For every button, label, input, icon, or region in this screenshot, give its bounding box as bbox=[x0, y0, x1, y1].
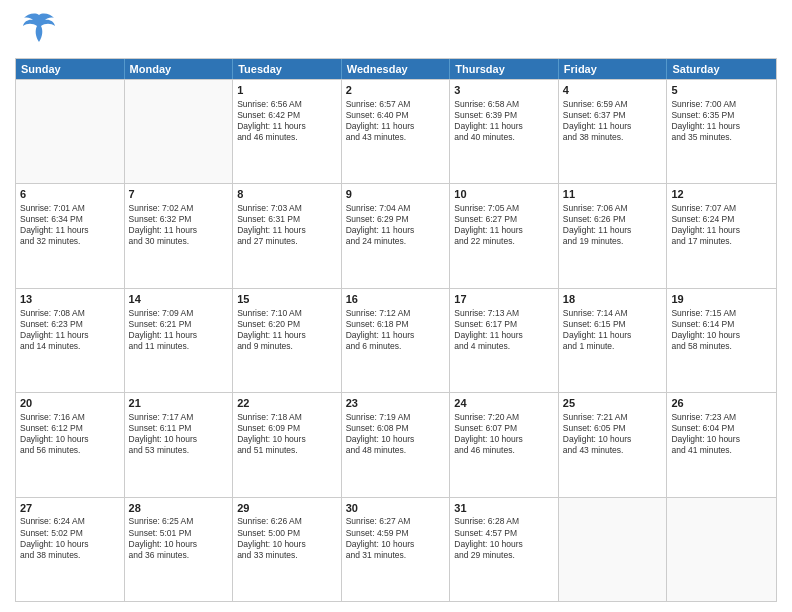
calendar-cell: 24Sunrise: 7:20 AM Sunset: 6:07 PM Dayli… bbox=[450, 393, 559, 496]
calendar-cell: 19Sunrise: 7:15 AM Sunset: 6:14 PM Dayli… bbox=[667, 289, 776, 392]
calendar-cell: 18Sunrise: 7:14 AM Sunset: 6:15 PM Dayli… bbox=[559, 289, 668, 392]
day-number: 12 bbox=[671, 187, 772, 202]
calendar-cell: 7Sunrise: 7:02 AM Sunset: 6:32 PM Daylig… bbox=[125, 184, 234, 287]
day-detail: Sunrise: 7:02 AM Sunset: 6:32 PM Dayligh… bbox=[129, 203, 229, 247]
day-detail: Sunrise: 7:07 AM Sunset: 6:24 PM Dayligh… bbox=[671, 203, 772, 247]
day-detail: Sunrise: 7:15 AM Sunset: 6:14 PM Dayligh… bbox=[671, 308, 772, 352]
day-number: 31 bbox=[454, 501, 554, 516]
calendar-cell: 12Sunrise: 7:07 AM Sunset: 6:24 PM Dayli… bbox=[667, 184, 776, 287]
day-detail: Sunrise: 7:01 AM Sunset: 6:34 PM Dayligh… bbox=[20, 203, 120, 247]
header-sunday: Sunday bbox=[16, 59, 125, 79]
calendar-cell: 27Sunrise: 6:24 AM Sunset: 5:02 PM Dayli… bbox=[16, 498, 125, 601]
calendar-cell bbox=[125, 80, 234, 183]
calendar-cell: 21Sunrise: 7:17 AM Sunset: 6:11 PM Dayli… bbox=[125, 393, 234, 496]
header-thursday: Thursday bbox=[450, 59, 559, 79]
day-number: 17 bbox=[454, 292, 554, 307]
header-friday: Friday bbox=[559, 59, 668, 79]
day-detail: Sunrise: 6:24 AM Sunset: 5:02 PM Dayligh… bbox=[20, 516, 120, 560]
day-number: 1 bbox=[237, 83, 337, 98]
day-detail: Sunrise: 7:14 AM Sunset: 6:15 PM Dayligh… bbox=[563, 308, 663, 352]
calendar-cell: 31Sunrise: 6:28 AM Sunset: 4:57 PM Dayli… bbox=[450, 498, 559, 601]
day-number: 2 bbox=[346, 83, 446, 98]
day-detail: Sunrise: 7:03 AM Sunset: 6:31 PM Dayligh… bbox=[237, 203, 337, 247]
day-detail: Sunrise: 7:23 AM Sunset: 6:04 PM Dayligh… bbox=[671, 412, 772, 456]
calendar-cell bbox=[16, 80, 125, 183]
calendar-cell: 23Sunrise: 7:19 AM Sunset: 6:08 PM Dayli… bbox=[342, 393, 451, 496]
day-detail: Sunrise: 7:12 AM Sunset: 6:18 PM Dayligh… bbox=[346, 308, 446, 352]
calendar-row-1: 6Sunrise: 7:01 AM Sunset: 6:34 PM Daylig… bbox=[16, 183, 776, 287]
calendar-cell: 13Sunrise: 7:08 AM Sunset: 6:23 PM Dayli… bbox=[16, 289, 125, 392]
calendar-cell: 14Sunrise: 7:09 AM Sunset: 6:21 PM Dayli… bbox=[125, 289, 234, 392]
calendar-header: Sunday Monday Tuesday Wednesday Thursday… bbox=[16, 59, 776, 79]
calendar-cell: 29Sunrise: 6:26 AM Sunset: 5:00 PM Dayli… bbox=[233, 498, 342, 601]
day-detail: Sunrise: 7:17 AM Sunset: 6:11 PM Dayligh… bbox=[129, 412, 229, 456]
day-detail: Sunrise: 6:25 AM Sunset: 5:01 PM Dayligh… bbox=[129, 516, 229, 560]
day-number: 5 bbox=[671, 83, 772, 98]
calendar-cell: 3Sunrise: 6:58 AM Sunset: 6:39 PM Daylig… bbox=[450, 80, 559, 183]
calendar-cell: 22Sunrise: 7:18 AM Sunset: 6:09 PM Dayli… bbox=[233, 393, 342, 496]
calendar-cell bbox=[667, 498, 776, 601]
calendar-cell: 9Sunrise: 7:04 AM Sunset: 6:29 PM Daylig… bbox=[342, 184, 451, 287]
day-number: 16 bbox=[346, 292, 446, 307]
day-number: 13 bbox=[20, 292, 120, 307]
page: Sunday Monday Tuesday Wednesday Thursday… bbox=[0, 0, 792, 612]
day-number: 30 bbox=[346, 501, 446, 516]
day-detail: Sunrise: 7:21 AM Sunset: 6:05 PM Dayligh… bbox=[563, 412, 663, 456]
calendar-row-3: 20Sunrise: 7:16 AM Sunset: 6:12 PM Dayli… bbox=[16, 392, 776, 496]
day-detail: Sunrise: 6:57 AM Sunset: 6:40 PM Dayligh… bbox=[346, 99, 446, 143]
day-detail: Sunrise: 7:10 AM Sunset: 6:20 PM Dayligh… bbox=[237, 308, 337, 352]
calendar-cell: 6Sunrise: 7:01 AM Sunset: 6:34 PM Daylig… bbox=[16, 184, 125, 287]
day-number: 9 bbox=[346, 187, 446, 202]
header-saturday: Saturday bbox=[667, 59, 776, 79]
day-number: 4 bbox=[563, 83, 663, 98]
day-detail: Sunrise: 7:13 AM Sunset: 6:17 PM Dayligh… bbox=[454, 308, 554, 352]
day-detail: Sunrise: 7:16 AM Sunset: 6:12 PM Dayligh… bbox=[20, 412, 120, 456]
header bbox=[15, 10, 777, 50]
day-detail: Sunrise: 6:28 AM Sunset: 4:57 PM Dayligh… bbox=[454, 516, 554, 560]
calendar-cell: 28Sunrise: 6:25 AM Sunset: 5:01 PM Dayli… bbox=[125, 498, 234, 601]
header-monday: Monday bbox=[125, 59, 234, 79]
day-detail: Sunrise: 6:58 AM Sunset: 6:39 PM Dayligh… bbox=[454, 99, 554, 143]
day-detail: Sunrise: 7:20 AM Sunset: 6:07 PM Dayligh… bbox=[454, 412, 554, 456]
day-number: 8 bbox=[237, 187, 337, 202]
calendar-cell: 20Sunrise: 7:16 AM Sunset: 6:12 PM Dayli… bbox=[16, 393, 125, 496]
logo-bird-icon bbox=[21, 10, 57, 50]
calendar-cell: 30Sunrise: 6:27 AM Sunset: 4:59 PM Dayli… bbox=[342, 498, 451, 601]
day-number: 14 bbox=[129, 292, 229, 307]
day-number: 24 bbox=[454, 396, 554, 411]
day-number: 10 bbox=[454, 187, 554, 202]
header-wednesday: Wednesday bbox=[342, 59, 451, 79]
calendar-cell: 2Sunrise: 6:57 AM Sunset: 6:40 PM Daylig… bbox=[342, 80, 451, 183]
calendar-cell: 4Sunrise: 6:59 AM Sunset: 6:37 PM Daylig… bbox=[559, 80, 668, 183]
day-number: 18 bbox=[563, 292, 663, 307]
day-number: 26 bbox=[671, 396, 772, 411]
logo bbox=[15, 10, 57, 50]
day-number: 6 bbox=[20, 187, 120, 202]
day-detail: Sunrise: 6:27 AM Sunset: 4:59 PM Dayligh… bbox=[346, 516, 446, 560]
day-number: 3 bbox=[454, 83, 554, 98]
calendar-cell: 5Sunrise: 7:00 AM Sunset: 6:35 PM Daylig… bbox=[667, 80, 776, 183]
day-number: 22 bbox=[237, 396, 337, 411]
day-number: 11 bbox=[563, 187, 663, 202]
day-detail: Sunrise: 7:19 AM Sunset: 6:08 PM Dayligh… bbox=[346, 412, 446, 456]
calendar-cell: 11Sunrise: 7:06 AM Sunset: 6:26 PM Dayli… bbox=[559, 184, 668, 287]
day-number: 19 bbox=[671, 292, 772, 307]
day-detail: Sunrise: 7:05 AM Sunset: 6:27 PM Dayligh… bbox=[454, 203, 554, 247]
calendar-cell: 1Sunrise: 6:56 AM Sunset: 6:42 PM Daylig… bbox=[233, 80, 342, 183]
day-number: 20 bbox=[20, 396, 120, 411]
day-detail: Sunrise: 7:09 AM Sunset: 6:21 PM Dayligh… bbox=[129, 308, 229, 352]
day-detail: Sunrise: 6:59 AM Sunset: 6:37 PM Dayligh… bbox=[563, 99, 663, 143]
calendar-cell: 8Sunrise: 7:03 AM Sunset: 6:31 PM Daylig… bbox=[233, 184, 342, 287]
calendar-cell: 16Sunrise: 7:12 AM Sunset: 6:18 PM Dayli… bbox=[342, 289, 451, 392]
day-number: 21 bbox=[129, 396, 229, 411]
day-number: 15 bbox=[237, 292, 337, 307]
day-number: 27 bbox=[20, 501, 120, 516]
calendar-cell: 10Sunrise: 7:05 AM Sunset: 6:27 PM Dayli… bbox=[450, 184, 559, 287]
day-number: 23 bbox=[346, 396, 446, 411]
day-detail: Sunrise: 7:06 AM Sunset: 6:26 PM Dayligh… bbox=[563, 203, 663, 247]
calendar-cell: 25Sunrise: 7:21 AM Sunset: 6:05 PM Dayli… bbox=[559, 393, 668, 496]
calendar-row-4: 27Sunrise: 6:24 AM Sunset: 5:02 PM Dayli… bbox=[16, 497, 776, 601]
day-number: 25 bbox=[563, 396, 663, 411]
day-detail: Sunrise: 6:56 AM Sunset: 6:42 PM Dayligh… bbox=[237, 99, 337, 143]
day-detail: Sunrise: 6:26 AM Sunset: 5:00 PM Dayligh… bbox=[237, 516, 337, 560]
